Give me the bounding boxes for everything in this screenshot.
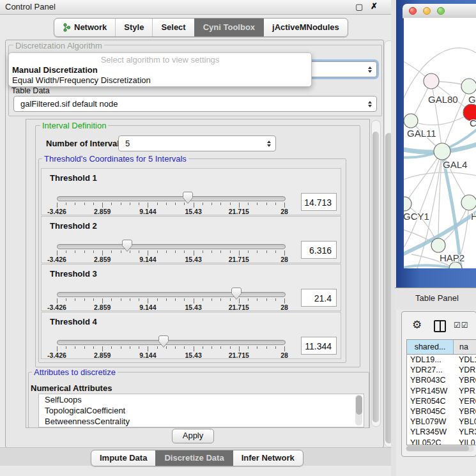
close-traffic-light[interactable] (409, 7, 417, 15)
network-node-gcy1[interactable] (404, 197, 411, 211)
network-canvas[interactable]: GAL80GACGAL11GAL4GCY1HHAP2 (404, 18, 476, 268)
table-row[interactable]: YBL079WYBL0 (407, 417, 476, 427)
apply-button[interactable]: Apply (172, 429, 214, 443)
tab-label: Network (74, 19, 107, 36)
minimize-traffic-light[interactable] (423, 7, 431, 15)
numerical-attributes-label: Numerical Attributes (31, 383, 112, 393)
network-edge[interactable] (404, 173, 476, 181)
float-window-icon[interactable]: ▢ (355, 2, 363, 12)
network-node-gal11[interactable] (404, 114, 418, 128)
tab-discretize-data[interactable]: Discretize Data (155, 450, 232, 466)
tab-impute-data[interactable]: Impute Data (91, 450, 155, 466)
algorithm-option-equal-width-frequency-discretization[interactable]: Equal Width/Frequency Discretization (12, 75, 151, 85)
column-layout-icon[interactable] (434, 320, 446, 332)
select-columns-checkbox-icons[interactable]: ☑☑ (454, 321, 469, 330)
algorithm-popup-hint: Select algorithm to view settings (9, 55, 311, 65)
tab-label: Discretize Data (164, 451, 224, 465)
column-header-shared-name[interactable]: shared... (407, 340, 454, 354)
table-data-combobox[interactable]: galFiltered.sif default node (13, 96, 377, 112)
thresholds-group-title: Threshold's Coordinates for 5 Intervals (42, 154, 188, 164)
cell-shared-name: YBR045C (407, 406, 456, 417)
zoom-traffic-light[interactable] (437, 7, 445, 15)
slider-track[interactable] (57, 340, 286, 345)
table-row[interactable]: YBR045CYBR0 (407, 406, 476, 417)
slider-tick-labels: -3.4262.8599.14415.4321.71528 (57, 303, 284, 310)
tab-label: Impute Data (100, 451, 147, 465)
tab-infer-network[interactable]: Infer Network (233, 450, 303, 466)
network-edge[interactable] (431, 81, 442, 151)
slider-tick-labels: -3.4262.8599.14415.4321.71528 (57, 351, 284, 358)
network-edge-thick[interactable] (442, 153, 461, 268)
network-edge[interactable] (411, 112, 472, 125)
number-of-intervals-label: Number of Intervals (46, 139, 124, 148)
table-row[interactable]: YDL19...YDL1 (407, 355, 476, 365)
table-settings-gear-icon[interactable]: ⚙ (412, 318, 422, 332)
slider-track[interactable] (57, 244, 286, 249)
table-row[interactable]: YER054CYER0 (407, 396, 476, 406)
panel-divider[interactable] (391, 0, 396, 476)
network-node-gal80[interactable] (424, 73, 439, 89)
network-icon (63, 23, 71, 32)
tab-cyni-toolbox[interactable]: Cyni Toolbox (194, 19, 263, 36)
threshold-value-field[interactable]: 6.316 (301, 241, 337, 259)
number-of-intervals-combobox[interactable]: 5 (118, 135, 276, 151)
cell-name: YLR3 (456, 427, 476, 437)
tab-network[interactable]: Network (54, 19, 115, 36)
table-data-label: Table Data (12, 86, 50, 95)
network-node-hap2[interactable] (431, 238, 445, 252)
network-graph: GAL80GACGAL11GAL4GCY1HHAP2 (404, 18, 476, 268)
attributes-scrollbar[interactable] (355, 395, 362, 426)
tab-style[interactable]: Style (115, 19, 152, 36)
attribute-item-betweennesscentrality[interactable]: BetweennessCentrality (45, 417, 130, 426)
table-panel-title: Table Panel (415, 293, 459, 303)
threshold-label: Threshold 1 (50, 173, 97, 183)
table-row[interactable]: YBR043CYBR0 (407, 375, 476, 385)
tab-jactivemnodules[interactable]: jActiveMNodules (263, 19, 348, 36)
node-attribute-table[interactable]: shared... na YDL19...YDL1YDR27...YDR2YBR… (406, 339, 476, 445)
threshold-1-panel: Threshold 1-3.4262.8599.14415.4321.71528… (41, 168, 341, 215)
network-node-gal4[interactable] (434, 143, 450, 160)
table-rows: YDL19...YDL1YDR27...YDR2YBR043CYBR0YPR14… (407, 355, 476, 445)
numerical-attributes-list[interactable]: SelfLoopsTopologicalCoefficientBetweenne… (38, 394, 364, 427)
slider-track[interactable] (57, 292, 286, 297)
cell-name: YBR0 (456, 406, 476, 417)
node-label: GAL4 (443, 159, 467, 170)
cell-shared-name: YDL19... (407, 355, 456, 365)
attribute-item-selfloops[interactable]: SelfLoops (45, 395, 82, 404)
cell-shared-name: YBL079W (407, 417, 456, 427)
threshold-3-panel: Threshold 3-3.4262.8599.14415.4321.71528… (41, 264, 341, 311)
spinner-arrows-icon (267, 141, 271, 147)
table-row[interactable]: YIL052CYIL0 (407, 438, 476, 446)
tab-select[interactable]: Select (152, 19, 194, 36)
node-label: GCY1 (404, 211, 429, 222)
cell-shared-name: YDR27... (407, 365, 456, 375)
cell-name: YBR0 (456, 375, 476, 385)
slider-tick-labels: -3.4262.8599.14415.4321.71528 (57, 208, 284, 214)
cell-name: YPR1 (456, 386, 476, 396)
attribute-item-topologicalcoefficient[interactable]: TopologicalCoefficient (45, 406, 125, 415)
tab-label: jActiveMNodules (272, 19, 339, 36)
tab-label: Style (124, 19, 144, 36)
node-label: GAL80 (428, 94, 458, 105)
network-node-ga[interactable] (461, 79, 476, 94)
discretization-algorithm-title: Discretization Algorithm (13, 41, 104, 50)
control-panel-title: Control Panel (5, 2, 56, 12)
algorithm-option-manual-discretization[interactable]: Manual Discretization (12, 65, 98, 75)
table-horizontal-scrollbar[interactable] (406, 445, 474, 452)
table-row[interactable]: YDR27...YDR2 (407, 365, 476, 375)
column-header-name[interactable]: na (454, 340, 476, 354)
table-header-row: shared... na (407, 340, 476, 355)
threshold-value-field[interactable]: 21.4 (301, 289, 337, 307)
node-label: GA (468, 94, 476, 105)
scrollpane-scrollbar[interactable] (371, 120, 381, 427)
slider-track[interactable] (57, 196, 286, 201)
table-row[interactable]: YPR145WYPR1 (407, 386, 476, 396)
table-row[interactable]: YLR345WYLR3 (407, 427, 476, 437)
threshold-value-field[interactable]: 11.344 (301, 337, 337, 355)
close-panel-icon[interactable]: ✗ (371, 1, 378, 11)
number-of-intervals-value: 5 (125, 136, 130, 151)
cell-name: YDR2 (456, 365, 476, 375)
threshold-value-field[interactable]: 14.713 (301, 193, 337, 211)
threshold-label: Threshold 4 (50, 317, 97, 326)
network-node-h[interactable] (461, 195, 476, 210)
